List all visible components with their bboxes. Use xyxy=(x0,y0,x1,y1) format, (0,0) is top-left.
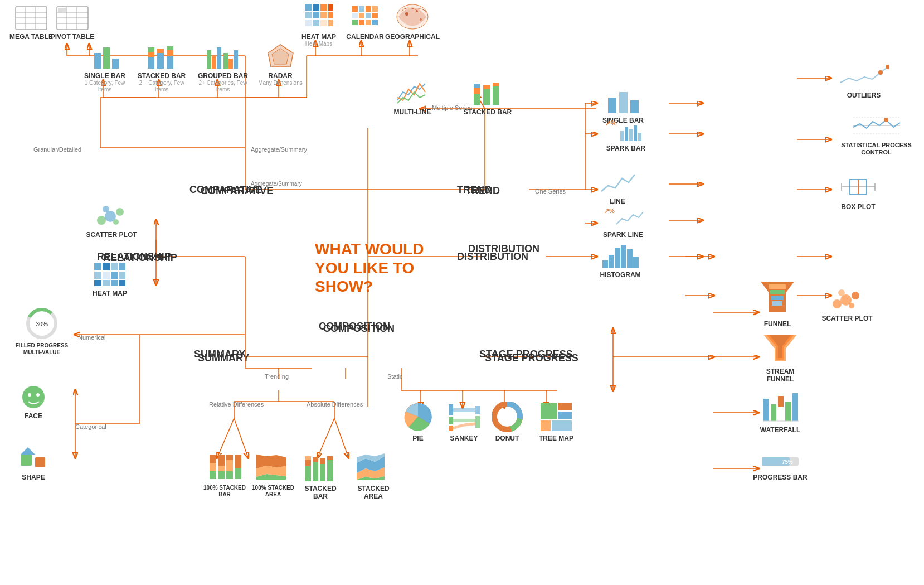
stacked-bar-comp-icon xyxy=(145,42,178,70)
waterfall-icon xyxy=(761,390,800,424)
100-stacked-bar-icon xyxy=(207,452,243,482)
trending-label: Trending xyxy=(265,371,289,381)
svg-rect-113 xyxy=(148,52,154,57)
svg-point-170 xyxy=(103,206,109,212)
geographical-icon xyxy=(396,3,429,31)
geographical-node: GEOGRAPHICAL xyxy=(390,3,435,41)
heat-map-heat-desc: Heat Maps xyxy=(305,41,332,47)
svg-rect-123 xyxy=(223,53,228,69)
svg-point-171 xyxy=(113,219,119,225)
svg-rect-219 xyxy=(305,466,311,481)
svg-rect-109 xyxy=(94,53,101,69)
relative-diff-label: Relative Differences xyxy=(209,399,264,409)
spark-bar-node: ↗% SPARK BAR xyxy=(595,117,656,152)
pie-node: PIE xyxy=(398,402,437,442)
main-question: WHAT WOULD YOU LIKE TO SHOW? xyxy=(315,240,426,296)
single-bar-right-icon xyxy=(605,86,641,114)
svg-rect-124 xyxy=(228,59,233,69)
svg-point-158 xyxy=(416,10,418,12)
svg-rect-216 xyxy=(226,460,233,471)
svg-rect-153 xyxy=(359,20,364,25)
funnel-node: FUNNEL xyxy=(752,279,803,328)
svg-rect-122 xyxy=(217,47,221,69)
svg-rect-212 xyxy=(218,455,225,466)
svg-rect-241 xyxy=(621,245,626,268)
stacked-bar-comp-label: STACKED BAR xyxy=(138,72,186,80)
categorical-label: Categorical xyxy=(75,421,106,431)
svg-rect-177 xyxy=(103,272,110,279)
svg-rect-181 xyxy=(103,280,110,286)
svg-rect-161 xyxy=(474,88,480,94)
multi-line-label: MULTI-LINE xyxy=(393,108,431,116)
100-stacked-area-label: 100% STACKED AREA xyxy=(248,485,298,498)
tree-map-label: TREE MAP xyxy=(539,434,573,442)
svg-point-267 xyxy=(884,118,888,122)
svg-rect-256 xyxy=(785,402,791,421)
100-stacked-area-icon xyxy=(255,452,291,482)
svg-point-187 xyxy=(22,386,45,408)
svg-rect-235 xyxy=(634,125,637,141)
svg-point-188 xyxy=(28,393,31,397)
svg-point-189 xyxy=(36,393,40,397)
svg-point-248 xyxy=(833,299,842,308)
absolute-diff-label: Absolute Differences xyxy=(307,399,363,409)
heat-map-rel-node: HEAT MAP xyxy=(85,262,135,297)
composition-label: COMPOSITION xyxy=(319,321,390,332)
svg-rect-164 xyxy=(483,85,490,89)
svg-rect-195 xyxy=(449,417,453,424)
line-icon xyxy=(600,170,636,195)
mega-table-icon xyxy=(14,6,48,31)
scatter-plot-rel-node: SCATTER PLOT xyxy=(84,201,139,239)
box-plot-label: BOX PLOT xyxy=(841,203,875,211)
svg-rect-246 xyxy=(771,296,784,300)
stage-progress-label: STAGE PROGRESS xyxy=(479,349,573,360)
sankey-label: SANKEY xyxy=(450,434,478,442)
progress-bar-icon: 75% xyxy=(761,452,800,471)
svg-rect-244 xyxy=(769,284,786,289)
svg-rect-191 xyxy=(35,457,45,467)
stacked-bar-comp-desc: 2 + Category, Few Items xyxy=(137,80,187,93)
svg-rect-229 xyxy=(619,92,628,113)
single-bar-node: SINGLE BAR 1 Category, Few Items xyxy=(82,42,127,93)
svg-rect-147 xyxy=(372,6,378,12)
single-bar-desc: 1 Category, Few Items xyxy=(82,80,127,93)
svg-rect-154 xyxy=(366,20,371,25)
svg-text:↗%: ↗% xyxy=(604,207,615,214)
scatter-plot-rel-icon xyxy=(95,201,128,229)
svg-rect-166 xyxy=(493,83,499,86)
svg-rect-135 xyxy=(328,4,333,11)
svg-point-202 xyxy=(500,409,514,424)
funnel-icon xyxy=(758,279,797,318)
svg-rect-119 xyxy=(167,46,173,50)
svg-rect-226 xyxy=(327,460,333,481)
svg-rect-196 xyxy=(449,426,453,431)
stream-funnel-label: STREAM FUNNEL xyxy=(752,368,808,384)
svg-point-252 xyxy=(849,303,854,308)
stacked-bar-comp-trend-node: STACKED BAR xyxy=(298,452,343,501)
svg-rect-238 xyxy=(602,260,608,268)
tree-map-icon xyxy=(539,402,573,432)
grouped-bar-icon xyxy=(205,42,241,70)
relationship-label: RELATIONSHIP xyxy=(97,251,171,263)
svg-rect-162 xyxy=(474,84,480,88)
numerical-label: Numerical xyxy=(78,332,106,342)
svg-rect-225 xyxy=(320,458,325,464)
scatter-plot-dist-node: SCATTER PLOT xyxy=(819,284,875,322)
100-stacked-bar-label: 100% STACKED BAR xyxy=(200,485,250,498)
svg-rect-133 xyxy=(313,4,319,11)
svg-rect-257 xyxy=(792,393,798,421)
svg-rect-230 xyxy=(630,100,639,113)
outliers-node: OUTLIERS xyxy=(830,61,897,99)
progress-bar-label: PROGRESS BAR xyxy=(753,473,807,481)
stacked-bar-comp-node: STACKED BAR 2 + Category, Few Items xyxy=(137,42,187,93)
histogram-label: HISTOGRAM xyxy=(600,271,640,279)
svg-rect-140 xyxy=(305,20,312,26)
svg-rect-148 xyxy=(352,13,358,18)
svg-rect-145 xyxy=(359,6,364,12)
one-series-label: One Series xyxy=(535,186,566,196)
svg-rect-152 xyxy=(352,20,358,25)
svg-rect-112 xyxy=(148,57,154,69)
svg-rect-136 xyxy=(305,12,312,18)
svg-point-169 xyxy=(116,208,124,216)
stacked-area-icon xyxy=(356,452,392,482)
